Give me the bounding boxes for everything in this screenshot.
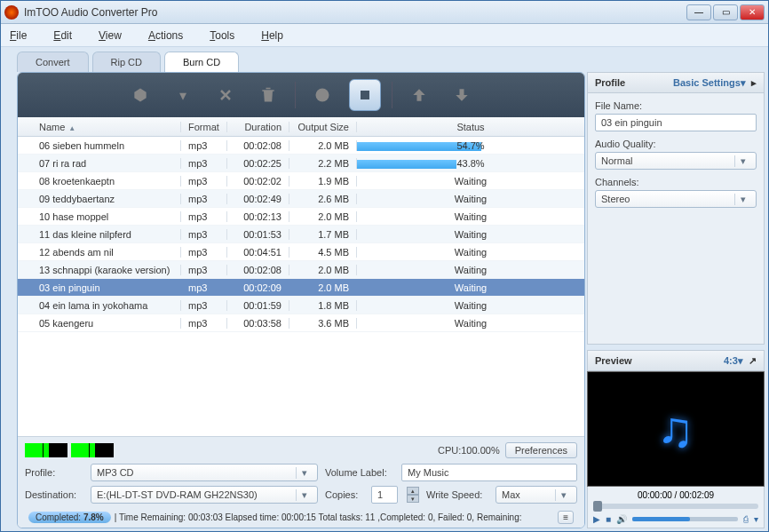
channels-select[interactable]: Stereo▾: [595, 190, 757, 208]
titlebar[interactable]: ImTOO Audio Converter Pro — ▭ ✕: [1, 1, 768, 24]
status-menu-button[interactable]: ≡: [558, 511, 574, 524]
stop-button[interactable]: [349, 79, 381, 111]
menu-tools[interactable]: Tools: [210, 29, 234, 42]
destination-label: Destination:: [25, 489, 83, 500]
menu-file[interactable]: File: [10, 29, 27, 42]
table-row[interactable]: 08 kroetenkaeptn mp3 00:02:02 1.9 MB Wai…: [18, 172, 584, 190]
table-row[interactable]: 12 abends am nil mp3 00:04:51 4.5 MB Wai…: [18, 243, 584, 261]
col-status[interactable]: Status: [357, 122, 584, 132]
maximize-button[interactable]: ▭: [713, 4, 738, 20]
move-up-button[interactable]: [403, 79, 435, 111]
audio-quality-select[interactable]: Normal▾: [595, 152, 757, 170]
svg-point-0: [316, 89, 329, 102]
col-name[interactable]: Name▲: [32, 122, 181, 132]
cpu-label: CPU:100.00%: [438, 445, 500, 456]
app-icon: [4, 5, 19, 20]
volume-label-input[interactable]: My Music: [401, 464, 577, 481]
status-bar: Completed: 7.8% | Time Remaining: 00:03:…: [25, 508, 577, 526]
toolbar: ▾: [18, 73, 584, 117]
menu-help[interactable]: Help: [261, 29, 283, 42]
table-row[interactable]: 04 ein lama in yokohama mp3 00:01:59 1.8…: [18, 297, 584, 314]
burn-button[interactable]: [306, 79, 338, 111]
add-music-button[interactable]: [124, 79, 156, 111]
tab-rip-cd[interactable]: Rip CD: [92, 52, 161, 72]
window-title: ImTOO Audio Converter Pro: [24, 6, 686, 19]
volume-icon[interactable]: 🔊: [616, 514, 627, 524]
cpu-core-meter: [71, 443, 114, 457]
tab-convert[interactable]: Convert: [17, 52, 89, 72]
table-row[interactable]: 07 ri ra rad mp3 00:02:25 2.2 MB 43.8%: [18, 155, 584, 172]
move-down-button[interactable]: [446, 79, 478, 111]
music-note-icon: ♫: [657, 401, 694, 458]
svg-rect-1: [361, 91, 369, 99]
copies-label: Copies:: [325, 489, 364, 500]
profile-panel-header: Profile Basic Settings▾ ▸: [587, 72, 765, 93]
table-row[interactable]: 11 das kleine nilpferd mp3 00:01:53 1.7 …: [18, 226, 584, 243]
seek-bar[interactable]: [593, 504, 758, 509]
menu-edit[interactable]: Edit: [53, 29, 72, 42]
col-output-size[interactable]: Output Size: [289, 122, 357, 132]
table-row[interactable]: 06 sieben hummeln mp3 00:02:08 2.0 MB 54…: [18, 137, 584, 155]
copies-up[interactable]: ▴: [407, 487, 419, 495]
expand-icon[interactable]: ▸: [751, 77, 757, 88]
col-format[interactable]: Format: [181, 122, 227, 132]
volume-slider[interactable]: [632, 517, 738, 521]
table-row[interactable]: 03 ein pinguin mp3 00:02:09 2.0 MB Waiti…: [18, 279, 584, 297]
table-row[interactable]: 05 kaengeru mp3 00:03:58 3.6 MB Waiting: [18, 314, 584, 332]
preview-time: 00:00:00 / 00:02:09: [593, 490, 758, 500]
file-list[interactable]: 06 sieben hummeln mp3 00:02:08 2.0 MB 54…: [18, 137, 584, 436]
close-button[interactable]: ✕: [740, 4, 765, 20]
basic-settings-link[interactable]: Basic Settings▾: [673, 77, 746, 88]
menu-actions[interactable]: Actions: [148, 29, 183, 42]
popout-icon[interactable]: ↗: [749, 355, 757, 366]
dropdown-arrow-icon[interactable]: ▾: [167, 79, 199, 111]
table-row[interactable]: 10 hase moppel mp3 00:02:13 2.0 MB Waiti…: [18, 208, 584, 226]
stop-playback-button[interactable]: ■: [606, 514, 611, 524]
cpu-core-meter: [25, 443, 67, 457]
tab-burn-cd[interactable]: Burn CD: [164, 52, 239, 72]
copies-down[interactable]: ▾: [407, 495, 419, 503]
audio-quality-label: Audio Quality:: [595, 139, 757, 149]
profile-label: Profile:: [25, 467, 83, 478]
table-row[interactable]: 09 teddybaertanz mp3 00:02:49 2.6 MB Wai…: [18, 190, 584, 208]
write-speed-select[interactable]: Max▾: [495, 486, 577, 504]
destination-select[interactable]: E:(HL-DT-ST DVD-RAM GH22NS30)▾: [91, 486, 318, 504]
snapshot-button[interactable]: ⎙: [743, 514, 749, 524]
table-row[interactable]: 13 schnappi (karaoke version) mp3 00:02:…: [18, 261, 584, 279]
minimize-button[interactable]: —: [686, 4, 711, 20]
preview-panel-header: Preview 4:3▾ ↗: [587, 350, 765, 371]
trash-button[interactable]: [252, 79, 284, 111]
preferences-button[interactable]: Preferences: [505, 442, 577, 458]
write-speed-label: Write Speed:: [426, 489, 488, 500]
preview-canvas: ♫: [587, 371, 765, 487]
aspect-select[interactable]: 4:3▾: [724, 355, 743, 366]
menubar: FileEditViewActionsToolsHelp: [1, 24, 768, 47]
filename-input[interactable]: 03 ein pinguin: [595, 114, 757, 131]
col-duration[interactable]: Duration: [227, 122, 289, 132]
profile-select[interactable]: MP3 CD▾: [91, 464, 318, 481]
column-header: Name▲ Format Duration Output Size Status: [18, 117, 584, 137]
filename-label: File Name:: [595, 100, 757, 111]
channels-label: Channels:: [595, 177, 757, 187]
volume-label: Volume Label:: [325, 467, 394, 478]
menu-view[interactable]: View: [99, 29, 122, 42]
remove-button[interactable]: [210, 79, 242, 111]
tabs: ConvertRip CDBurn CD: [1, 47, 768, 72]
play-button[interactable]: ▶: [593, 514, 600, 524]
copies-input[interactable]: 1: [371, 486, 398, 504]
profile-panel: File Name: 03 ein pinguin Audio Quality:…: [587, 93, 765, 345]
